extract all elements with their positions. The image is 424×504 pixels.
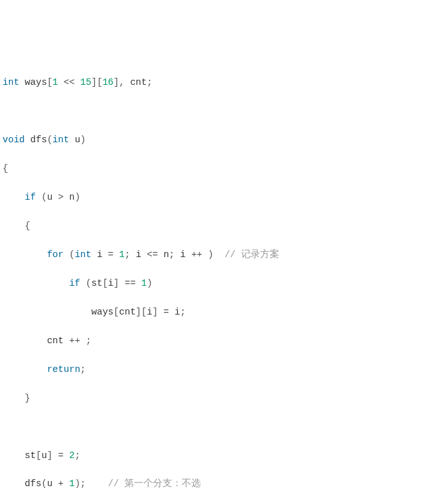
code-line: st[u] = 2; (3, 448, 421, 463)
code-line: ways[cnt][i] = i; (3, 305, 421, 319)
code-line: } (3, 391, 421, 405)
code-line: for (int i = 1; i <= n; i ++ ) // 记录方案 (3, 248, 421, 262)
code-line: cnt ++ ; (3, 334, 421, 348)
code-line: void dfs(int u) (3, 133, 421, 147)
code-line (3, 420, 421, 434)
code-line: int ways[1 << 15][16], cnt; (3, 75, 421, 89)
code-line: return; (3, 362, 421, 376)
code-line: if (u > n) (3, 190, 421, 204)
code-line: dfs(u + 1); // 第一个分支：不选 (3, 477, 421, 491)
code-line: { (3, 161, 421, 175)
code-block[interactable]: int ways[1 << 15][16], cnt; void dfs(int… (3, 61, 421, 504)
code-line: { (3, 219, 421, 233)
code-line: if (st[i] == 1) (3, 276, 421, 290)
code-line (3, 104, 421, 118)
